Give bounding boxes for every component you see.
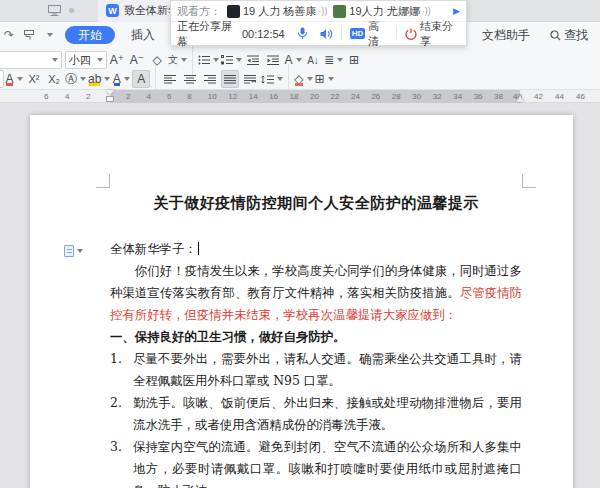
list-item: 2. 勤洗手。咳嗽、饭前便后、外出归来、接触或处理动物排泄物后，要用流水洗手，或… (110, 392, 522, 436)
sort-icon[interactable]: A↓ (304, 51, 322, 69)
text-tools-icon[interactable]: A (284, 51, 302, 69)
viewer-name: 19 人力 杨善康 (243, 4, 316, 19)
list-item: 1. 尽量不要外出，需要外出，请私人交通。确需乘坐公共交通工具时，请全程佩戴医用… (110, 348, 522, 392)
align-right-icon[interactable] (201, 70, 219, 88)
search-icon (550, 30, 561, 41)
viewer-avatar (333, 5, 346, 18)
superscript-icon[interactable]: X² (25, 70, 43, 88)
hd-badge-icon: HD (350, 28, 366, 39)
decrease-indent-icon[interactable] (244, 51, 262, 69)
document-page[interactable]: 关于做好疫情防控期间个人安全防护的温馨提示 全体新华学子： 你们好！疫情发生以来… (30, 115, 573, 488)
expand-viewers-icon[interactable]: ▶ (453, 6, 460, 16)
doc-assistant-button[interactable]: 文档助手 (482, 27, 530, 44)
clear-format-icon[interactable]: ◇ (148, 51, 166, 69)
underline-color-icon[interactable]: A (5, 70, 23, 88)
salutation-line: 全体新华学子： (110, 238, 522, 260)
sharing-timer: 00:12:54 (242, 28, 285, 40)
align-distribute-icon[interactable] (241, 70, 259, 88)
speaking-icon: ·)) (318, 6, 327, 16)
viewer-avatar (227, 5, 240, 18)
highlight-color-icon[interactable]: ab (88, 70, 110, 88)
redo-icon[interactable]: ↷ (4, 28, 14, 42)
ruler: 6422468101214161820222426283032343638404… (0, 90, 600, 103)
list-item: 3. 保持室内空气的流通。避免到封闭、空气不流通的公众场所和人多集中地方，必要时… (110, 436, 522, 488)
bullets-icon[interactable] (198, 51, 219, 69)
document-area: 关于做好疫情防控期间个人安全防护的温馨提示 全体新华学子： 你们好！疫情发生以来… (0, 103, 600, 488)
left-indent-marker[interactable] (106, 96, 114, 102)
home-toolbar: 小四 A⁺ A⁻ ◇ 文 A A↓ ≣ ⊞ A (0, 48, 600, 90)
borders-icon[interactable]: ⊞ (315, 70, 334, 88)
right-indent-marker[interactable] (516, 96, 524, 102)
quickbar-dropdown-icon[interactable] (47, 33, 53, 37)
format-painter-icon[interactable] (23, 29, 35, 41)
line-spacing-icon[interactable] (261, 70, 283, 88)
decrease-font-icon[interactable]: A⁻ (128, 51, 146, 69)
paragraph-layout-button[interactable] (64, 245, 83, 257)
hd-quality-button[interactable]: 高清 (368, 19, 388, 49)
wps-window: W 致全体新华学子的一封信 ↷ 开始 插入 页面布局 文档助手 查找 小四 A⁺… (0, 0, 600, 488)
find-button[interactable]: 查找 (550, 27, 588, 44)
font-size-combo[interactable]: 小四 (65, 51, 107, 69)
wps-logo-icon: W (106, 4, 119, 17)
monitor-icon[interactable] (48, 5, 61, 16)
fill-color-icon[interactable]: ◇ (294, 70, 312, 88)
text-cursor (198, 242, 200, 255)
first-line-indent-marker[interactable] (106, 90, 114, 95)
document-title: 关于做好疫情防控期间个人安全防护的温馨提示 (110, 193, 522, 213)
intro-paragraph: 你们好！疫情发生以来，学校高度关心同学们的身体健康，同时通过多种渠道宣传落实教育… (110, 260, 522, 326)
align-center-icon[interactable] (181, 70, 199, 88)
speaking-icon: ·)) (422, 6, 431, 16)
increase-font-icon[interactable]: A⁺ (108, 51, 126, 69)
tab-home[interactable]: 开始 (65, 26, 115, 44)
screen-share-overlay: 观看方： 19 人力 杨善康 ·)) 19人力 尤娜娜 ·)) ▶ 正在分享屏幕… (170, 0, 467, 46)
section-heading: 一、保持良好的卫生习惯，做好自身防护。 (110, 326, 522, 348)
tab-insert[interactable]: 插入 (131, 27, 155, 44)
paragraph-settings-icon[interactable]: ≣ (324, 51, 343, 69)
share-controls-row: 正在分享屏幕 00:12:54 HD 高清 结束分享 (171, 22, 466, 45)
document-content[interactable]: 关于做好疫情防控期间个人安全防护的温馨提示 全体新华学子： 你们好！疫情发生以来… (30, 115, 573, 488)
sharing-status: 正在分享屏幕 (177, 19, 237, 49)
paragraph-layout-icon (64, 245, 74, 257)
draw-table-icon[interactable]: ⊞ (345, 51, 363, 69)
font-style-combo[interactable] (0, 70, 4, 88)
microphone-button[interactable] (297, 27, 308, 40)
character-shading-icon[interactable]: A (132, 70, 150, 88)
viewer-name: 19人力 尤娜娜 (349, 4, 419, 19)
align-justify-icon[interactable] (221, 70, 239, 88)
pinyin-guide-icon[interactable]: 文 (168, 51, 187, 69)
speaker-button[interactable] (320, 28, 333, 40)
power-icon (405, 28, 417, 40)
font-name-combo[interactable] (0, 51, 62, 69)
subscript-icon[interactable]: X₂ (45, 70, 63, 88)
align-left-icon[interactable] (161, 70, 179, 88)
enclose-character-icon[interactable]: Ⓐ (65, 70, 86, 88)
record-dot-icon[interactable] (69, 8, 74, 13)
end-share-button[interactable]: 结束分享 (420, 19, 460, 49)
numbering-icon[interactable] (221, 51, 242, 69)
increase-indent-icon[interactable] (264, 51, 282, 69)
viewers-label: 观看方： (177, 4, 221, 19)
font-color-icon[interactable]: A (112, 70, 130, 88)
